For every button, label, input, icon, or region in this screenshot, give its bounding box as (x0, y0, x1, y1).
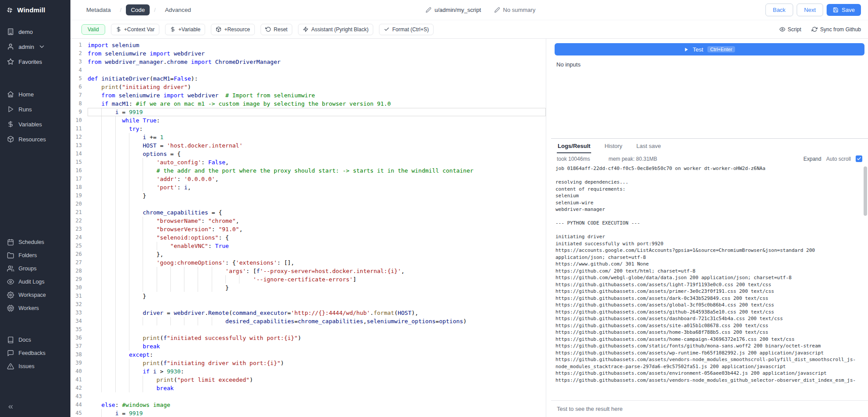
test-button[interactable]: Test Ctrl+Enter (555, 43, 864, 55)
code-line[interactable]: 8 if macM1: #if we are on mac m1 -> cust… (70, 100, 546, 108)
code-line[interactable]: 11 try: (70, 125, 546, 133)
script-path[interactable]: u/admin/my_script (426, 7, 481, 13)
code-line[interactable]: 45 i = 9919 (70, 409, 546, 417)
workspace-selector[interactable]: demo (0, 24, 70, 39)
code-line[interactable]: 13 HOST = 'host.docker.internal' (70, 141, 546, 150)
code-line[interactable]: 14 options = { (70, 150, 546, 158)
tab-code[interactable]: Code (126, 4, 150, 15)
code-line[interactable]: 19 } (70, 192, 546, 200)
code-line[interactable]: 12 i += 1 (70, 133, 546, 141)
code-line[interactable]: 34 desired_capabilities=chrome_capabilit… (70, 317, 546, 325)
sidebar-nav-item[interactable]: Workers (0, 302, 70, 315)
code-line[interactable]: 1import selenium (70, 41, 546, 49)
code-line[interactable]: 6 print("initiating driver") (70, 83, 546, 91)
toolbar-button[interactable]: Assistant (Pyright Black) (298, 24, 373, 35)
toolbar-button[interactable]: +Resource (211, 24, 254, 35)
code-line[interactable]: 35 (70, 325, 546, 334)
code-line[interactable]: 20 (70, 200, 546, 208)
toolbar-button[interactable]: +Context Var (111, 24, 159, 35)
code-line[interactable]: 40 if i > 9930: (70, 367, 546, 376)
code-line[interactable]: 36 print(f"initiated successfully with p… (70, 334, 546, 342)
log-scrollbar[interactable] (863, 164, 868, 400)
code-line[interactable]: 43 (70, 392, 546, 401)
panel-splitter[interactable] (546, 39, 551, 417)
toolbar-link-button[interactable]: Sync from Github (812, 26, 861, 33)
toolbar-button[interactable]: Reset (261, 24, 292, 35)
code-line[interactable]: 31 } (70, 292, 546, 300)
sidebar-nav-item[interactable]: Schedules (0, 236, 70, 249)
favorites-menu[interactable]: Favorites (0, 54, 70, 69)
code-line[interactable]: 42 break (70, 384, 546, 392)
code-editor[interactable]: 1import selenium2from seleniumwire impor… (70, 39, 546, 417)
sidebar-nav-item[interactable]: Folders (0, 249, 70, 262)
code-line[interactable]: 15 'auto_config': False, (70, 158, 546, 166)
code-line[interactable]: 17 'addr': '0.0.0.0', (70, 175, 546, 183)
line-number: 7 (70, 91, 82, 100)
sidebar-nav-admin: Schedules Folders Groups Audit Logs (0, 236, 70, 315)
code-line[interactable]: 16 # the addr and the port where the pro… (70, 166, 546, 175)
code-line[interactable]: 37 break (70, 342, 546, 351)
auto-scroll-checkbox[interactable] (856, 155, 862, 162)
message-icon (7, 350, 14, 357)
save-button[interactable]: Save (827, 4, 861, 16)
tab-logs-result[interactable]: Logs/Result (557, 139, 591, 153)
nav-item-label: Workers (18, 305, 39, 311)
sidebar-nav-item[interactable]: Variables (0, 117, 70, 132)
topbar-center: u/admin/my_script No summary (196, 7, 765, 13)
code-line[interactable]: 30 } (70, 284, 546, 292)
code-line[interactable]: 28 'args': [f'--proxy-server=host.docker… (70, 267, 546, 275)
code-line[interactable]: 18 'port': i, (70, 183, 546, 192)
code-line[interactable]: 22 "browserName": "chrome", (70, 217, 546, 225)
log-output[interactable]: job 01864aff-22dd-cf40-f0c5-0ec8e9b50c70… (551, 164, 868, 400)
code-line[interactable]: 21 chrome_capabilities = { (70, 208, 546, 217)
user-menu[interactable]: admin (0, 39, 70, 54)
next-button[interactable]: Next (797, 4, 824, 16)
expand-button[interactable]: Expand (803, 156, 821, 162)
code-line[interactable]: 32 (70, 300, 546, 309)
code-line[interactable]: 5def initiateDriver(macM1=False): (70, 74, 546, 83)
code-line[interactable]: 3from webdriver_manager.chrome import Ch… (70, 58, 546, 66)
script-summary[interactable]: No summary (494, 7, 536, 13)
sidebar-nav-item[interactable]: Home (0, 87, 70, 102)
sidebar-collapse-button[interactable] (0, 398, 70, 417)
tab-history[interactable]: History (603, 139, 623, 153)
sidebar-nav-item[interactable]: Feedbacks (0, 347, 70, 360)
sidebar-nav-item[interactable]: Docs (0, 333, 70, 347)
code-line[interactable]: 9 i = 9919 (70, 108, 546, 116)
sidebar-nav-item[interactable]: Resources (0, 132, 70, 147)
sidebar-nav-item[interactable]: Audit Logs (0, 275, 70, 288)
toolbar-button[interactable]: Format (Ctrl+S) (379, 24, 434, 35)
toolbar-right-buttons: Script Sync from Github (780, 26, 861, 33)
code-line[interactable]: 25 "enableVNC": True (70, 242, 546, 250)
code-line[interactable]: 10 while True: (70, 116, 546, 125)
code-line[interactable]: 27 'goog:chromeOptions': {'extensions': … (70, 258, 546, 267)
code-line[interactable]: 2from seleniumwire import webdriver (70, 49, 546, 58)
sidebar-nav-item[interactable]: Groups (0, 262, 70, 275)
code-line[interactable]: 4 (70, 66, 546, 74)
code-line[interactable]: 44 else: #windows image (70, 401, 546, 409)
toolbar-button[interactable]: +Variable (165, 24, 205, 35)
windmill-home-link[interactable]: Windmill (0, 0, 70, 20)
code-line[interactable]: 39 print(f"initiating driver with port:{… (70, 359, 546, 367)
tab-metadata[interactable]: Metadata (81, 4, 116, 15)
log-scrollbar-thumb[interactable] (864, 166, 867, 216)
sidebar-nav-item[interactable]: Workspace (0, 288, 70, 302)
code-line[interactable]: 41 print("port limit exceeded") (70, 376, 546, 384)
code-line[interactable]: 33 driver = webdriver.Remote(command_exe… (70, 309, 546, 317)
line-number: 20 (70, 200, 82, 208)
toolbar-link-button[interactable]: Script (780, 26, 802, 33)
log-line: https://github.githubassets.com/assets/d… (555, 315, 856, 322)
back-button[interactable]: Back (765, 4, 793, 16)
code-line[interactable]: 7 from seleniumwire import webdriver # I… (70, 91, 546, 100)
tab-last-save[interactable]: Last save (636, 139, 662, 153)
code-line[interactable]: 24 "selenoid:options": { (70, 233, 546, 242)
code-line[interactable]: 26 }, (70, 250, 546, 258)
sidebar-nav-item[interactable]: Issues (0, 360, 70, 373)
sidebar-nav-item[interactable]: Runs (0, 102, 70, 117)
line-number: 11 (70, 125, 82, 133)
code-line[interactable]: 23 "browserVersion": "91.0", (70, 225, 546, 233)
line-number: 16 (70, 166, 82, 175)
code-line[interactable]: 38 except: (70, 351, 546, 359)
tab-advanced[interactable]: Advanced (160, 4, 196, 15)
code-line[interactable]: 29 '--ignore-certificate-errors'] (70, 275, 546, 284)
